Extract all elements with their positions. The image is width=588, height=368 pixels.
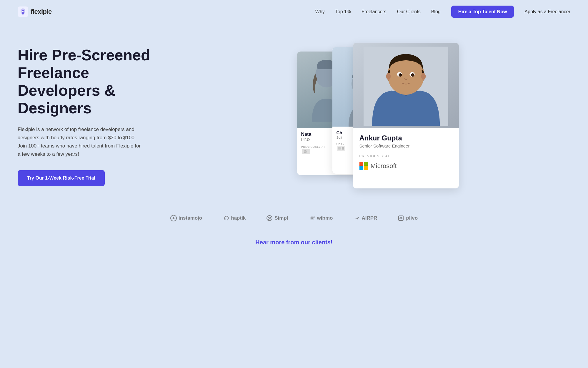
svg-point-17: [386, 73, 390, 80]
plivo-label: plivo: [406, 215, 418, 221]
simpl-icon: [266, 215, 273, 221]
haptik-icon: [223, 215, 229, 221]
natasha-prev-logo: [301, 148, 311, 155]
nav-item-freelancers[interactable]: Freelancers: [362, 9, 386, 14]
brand-name: flexiple: [31, 8, 52, 16]
hero-cta-button[interactable]: Try Our 1-Week Risk-Free Trial: [18, 170, 105, 186]
microsoft-grid-icon: [359, 162, 368, 170]
plivo-icon: [398, 215, 404, 221]
airpr-label: AIRPR: [362, 215, 377, 221]
nav-item-apply[interactable]: Apply as a Freelancer: [524, 9, 570, 14]
svg-point-16: [413, 74, 414, 75]
logo[interactable]: flexiple: [18, 6, 52, 17]
microsoft-logo: Microsoft: [359, 162, 452, 170]
svg-point-20: [224, 218, 226, 220]
microsoft-name: Microsoft: [371, 162, 397, 170]
haptik-label: haptik: [231, 215, 246, 221]
simpl-label: Simpl: [274, 215, 288, 221]
logo-instamojo: instamojo: [170, 215, 202, 221]
ankur-name: Ankur Gupta: [359, 134, 452, 142]
wibmo-icon: [309, 215, 315, 221]
wibmo-label: wibmo: [317, 215, 333, 221]
clients-cta-section: Hear more from our clients!: [0, 227, 588, 263]
svg-point-18: [421, 73, 425, 80]
hero-section: Hire Pre-Screened Freelance Developers &…: [0, 24, 588, 203]
hero-description: Flexiple is a network of top freelance d…: [18, 125, 141, 158]
svg-rect-27: [399, 216, 403, 221]
flexiple-logo-icon: [18, 6, 28, 17]
svg-point-29: [401, 218, 402, 219]
svg-rect-30: [400, 217, 402, 218]
ms-yellow-square: [364, 166, 368, 170]
ankur-silhouette: [364, 45, 448, 126]
svg-point-15: [400, 74, 401, 75]
ankur-photo: [353, 43, 459, 128]
instamojo-label: instamojo: [179, 215, 202, 221]
svg-point-13: [399, 73, 402, 77]
svg-point-24: [312, 218, 313, 219]
nav-item-why[interactable]: Why: [315, 9, 325, 14]
navbar: flexiple Why Top 1% Freelancers Our Clie…: [0, 0, 588, 24]
ms-blue-square: [359, 166, 363, 170]
logo-simpl: Simpl: [266, 215, 288, 221]
airpr-icon: [353, 215, 360, 221]
logo-haptik: haptik: [223, 215, 246, 221]
logo-plivo: plivo: [398, 215, 418, 221]
svg-point-26: [358, 217, 359, 218]
nav-item-clients[interactable]: Our Clients: [397, 9, 421, 14]
talent-card-ankur: Ankur Gupta Senior Software Engineer PRE…: [353, 43, 459, 188]
svg-point-14: [411, 73, 414, 77]
logo-airpr: AIRPR: [353, 215, 377, 221]
hero-title: Hire Pre-Screened Freelance Developers &…: [18, 47, 171, 117]
nav-links: Why Top 1% Freelancers Our Clients Blog …: [315, 9, 570, 14]
clients-cta-link[interactable]: Hear more from our clients!: [255, 239, 332, 246]
ms-green-square: [364, 162, 368, 166]
instamojo-icon: [170, 215, 177, 221]
client-logos-section: instamojo haptik Simpl wibmo AIRPR: [0, 203, 588, 227]
ankur-prev-label: PREVIOUSLY AT: [359, 154, 452, 158]
nav-item-blog[interactable]: Blog: [431, 9, 441, 14]
logo-wibmo: wibmo: [309, 215, 333, 221]
mid-prev-logo: [337, 145, 346, 152]
ms-red-square: [359, 162, 363, 166]
ankur-card-info: Ankur Gupta Senior Software Engineer PRE…: [353, 128, 459, 188]
svg-point-28: [399, 218, 401, 219]
svg-rect-7: [342, 147, 344, 150]
hero-left: Hire Pre-Screened Freelance Developers &…: [18, 47, 182, 186]
svg-point-21: [267, 216, 272, 221]
nav-item-hire[interactable]: Hire a Top Talent Now: [451, 9, 514, 14]
nav-item-top1[interactable]: Top 1%: [335, 9, 351, 14]
ankur-role: Senior Software Engineer: [359, 143, 452, 148]
hero-right: Nata UI/UX PREVIOUSLY AT: [182, 41, 570, 191]
card-stack: Nata UI/UX PREVIOUSLY AT: [315, 43, 438, 190]
svg-point-25: [313, 216, 315, 218]
svg-rect-6: [338, 147, 341, 150]
